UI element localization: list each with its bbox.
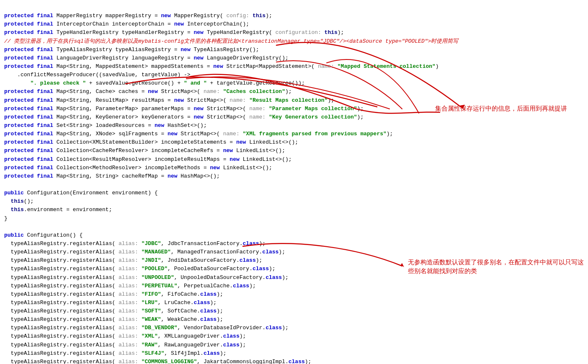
code-container: protected final MapperRegistry mapperReg…	[0, 0, 588, 364]
collection-annotation: 集合属性保存运行中的信息，后面用到再就提讲	[435, 104, 567, 113]
constructor-annotation: 无参构造函数默认设置了很多别名，在配置文件中就可以只写这些别名就能找到对应的类	[408, 258, 584, 275]
